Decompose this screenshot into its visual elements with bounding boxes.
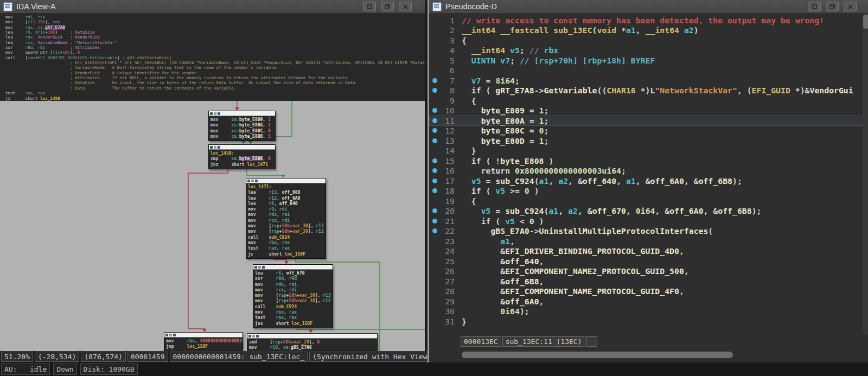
line-marker-dot[interactable] [429,138,440,143]
code-text[interactable]: &off_6B8, [462,277,544,286]
code-text[interactable]: a1, [462,237,515,246]
code-text[interactable]: byte_E80D = 1; [462,136,548,145]
node-header[interactable] [164,333,242,337]
scrollbar-thumb[interactable] [462,352,733,358]
code-text[interactable]: gBS_E7A0->UninstallMultipleProtocolInter… [462,226,713,235]
pseudocode-line[interactable]: 6 [429,66,868,76]
pseudocode-line[interactable]: 27 &off_6B8, [429,276,868,286]
pseudocode-line[interactable]: 3{ [429,35,868,46]
code-text[interactable]: byte_E80A = 1; [462,116,548,125]
graph-node-5[interactable]: mov rbx, 8000000000000003hjmp loc_150F [164,332,243,351]
line-marker-dot[interactable] [429,168,440,173]
pseudocode-line[interactable]: 4 __int64 v5; // rbx [429,46,868,56]
line-marker-dot[interactable] [429,219,440,224]
asm-line[interactable]: mov rax, cs:gRT_E7A8 [5,25,425,30]
node-header[interactable] [253,265,333,270]
graph-view[interactable]: mov cs:byte_E809, 1mov cs:byte_E80A, 1mo… [0,101,425,351]
pseudocode-line[interactable]: 12 byte_E80C = 0; [429,126,868,136]
code-text[interactable]: &off_6A0, [462,297,544,306]
pseudocode-line[interactable]: 1// write access to const memory has bee… [429,15,868,26]
asm-line[interactable]: mov qword ptr [r11+18h], 8 [5,50,425,55]
asm-line[interactable]: ; Attributes If not NULL, a pointer to t… [5,75,425,80]
scrollbar-thumb[interactable] [863,15,868,29]
pseudocode-line[interactable]: 23 a1, [429,236,868,246]
line-marker-dot[interactable] [429,228,440,233]
restore-button[interactable] [381,2,394,11]
asm-line[interactable]: mov [r11-38h], rax [5,20,425,24]
code-text[interactable]: byte_E80C = 0; [462,126,548,135]
pseudocode-line[interactable]: 26 &EFI_COMPONENT_NAME2_PROTOCOL_GUID_50… [429,266,868,277]
restore-button[interactable] [826,2,839,11]
code-text[interactable]: &EFI_DRIVER_BINDING_PROTOCOL_GUID_4D0, [462,246,684,256]
pseudocode-line[interactable]: 10 byte_E809 = 1; [429,106,868,116]
pseudocode-line[interactable]: 21 if ( v5 < 0 ) [429,216,868,226]
line-marker-dot[interactable] [429,158,440,163]
code-text[interactable]: if ( v5 < 0 ) [462,216,544,226]
node-header[interactable] [246,179,326,183]
line-marker-dot[interactable] [429,188,440,193]
line-marker-dot[interactable] [429,179,440,183]
code-text[interactable]: 0i64); [462,307,529,316]
code-text[interactable]: v5 = sub_C924(a1, a2, &off_670, 0i64, &o… [462,206,761,215]
code-text[interactable]: __int64 __fastcall sub_13EC(void *a1, __… [462,26,699,35]
pseudocode-listing[interactable]: 1// write access to const memory has bee… [429,14,868,336]
asm-line[interactable]: ; VariableName A Null-terminated string … [5,65,425,70]
code-text[interactable]: } [462,146,476,155]
code-text[interactable]: { [462,36,467,45]
pseudocode-line[interactable]: 30 0i64); [429,307,868,317]
graph-node-1[interactable]: mov cs:byte_E809, 1mov cs:byte_E80A, 1mo… [208,111,276,141]
pseudocode-line[interactable]: 5 UINTN v7; // [rsp+70h] [rbp+18h] BYREF [429,55,868,66]
code-text[interactable]: &off_640, [462,257,544,266]
pseudocode-line[interactable]: 8 if ( gRT_E7A8->GetVariable((CHAR16 *)L… [429,86,868,96]
line-marker-dot[interactable] [429,108,440,113]
line-marker-dot[interactable] [429,88,440,93]
code-text[interactable]: // write access to const memory has been… [462,16,824,25]
asm-line[interactable]: xor r8d, r8d ; Attributes [5,45,425,50]
pseudocode-line[interactable]: 11 byte_E80A = 1; [429,116,868,126]
asm-line[interactable]: test rax, rax [5,91,425,95]
pseudocode-titlebar[interactable]: Pseudocode-D [429,0,868,14]
pseudocode-line[interactable]: 16 return 0x8000000000000003ui64; [429,166,868,176]
line-marker-dot[interactable] [429,78,440,83]
code-text[interactable]: &EFI_COMPONENT_NAME_PROTOCOL_GUID_4F0, [462,286,684,296]
asm-line[interactable]: mov rdi, rcx [5,15,425,20]
node-body[interactable]: mov cs:byte_E809, 1mov cs:byte_E80A, 1mo… [209,116,275,141]
code-text[interactable]: __int64 v5; // rbx [462,46,558,55]
pseudocode-line[interactable]: 19 { [429,196,868,206]
asm-line[interactable]: call [rax+EFI_RUNTIME_SERVICES.GetVariab… [5,55,425,60]
asm-line[interactable]: lea rcx, VariableName ; "NetworkStackVar… [5,40,425,45]
pseudocode-line[interactable]: 9 { [429,95,868,106]
vertical-scrollbar[interactable] [863,14,868,335]
code-text[interactable]: byte_E809 = 1; [462,106,548,115]
pseudocode-line[interactable]: 14 } [429,146,868,156]
asm-line[interactable]: lea rdx, VendorGuid ; VendorGuid [5,35,425,40]
maximize-button[interactable] [808,2,821,11]
code-text[interactable]: { [462,196,476,206]
node-header[interactable] [209,111,275,116]
pseudocode-line[interactable]: 2__int64 __fastcall sub_13EC(void *a1, _… [429,26,868,36]
asm-line[interactable]: ; Data The buffer to return the contents… [5,86,425,91]
pseudocode-line[interactable]: 18 if ( v5 >= 0 ) [429,186,868,196]
pseudocode-line[interactable]: 28 &EFI_COMPONENT_NAME_PROTOCOL_GUID_4F0… [429,286,868,297]
code-text[interactable]: return 0x8000000000000003ui64; [462,166,626,175]
node-body[interactable]: mov rbx, 8000000000000003hjmp loc_150F [164,337,242,351]
close-button[interactable] [844,2,857,11]
code-text[interactable]: if ( v5 >= 0 ) [462,186,539,195]
graph-node-6[interactable]: and [rsp+58h+var_20], 0mov r10, cs:gBS_E… [247,333,378,351]
horizontal-scrollbar[interactable] [461,351,868,359]
graph-node-3[interactable]: loc_1471:lea r13, off_688lea r12, off_6A… [246,178,326,259]
pseudocode-line[interactable]: 7 v7 = 8i64; [429,75,868,86]
pseudocode-line[interactable]: 22 gBS_E7A0->UninstallMultipleProtocolIn… [429,226,868,237]
close-button[interactable] [399,2,412,11]
asm-line[interactable]: ; VendorGuid A unique identifier for the… [5,71,425,75]
line-marker-dot[interactable] [429,118,440,123]
pseudocode-line[interactable]: 20 v5 = sub_C924(a1, a2, &off_670, 0i64,… [429,206,868,216]
code-text[interactable]: UINTN v7; // [rsp+70h] [rbp+18h] BYREF [462,56,655,65]
code-text[interactable]: { [462,96,476,105]
line-marker-dot[interactable] [429,208,440,213]
graph-node-4[interactable]: lea r8, off_670xor r9d, r9dmov rdx, rsim… [253,264,333,328]
node-header[interactable] [247,334,377,339]
code-text[interactable]: v5 = sub_C924(a1, a2, &off_640, a1, &off… [462,176,742,186]
node-body[interactable]: loc_1459:cmp cs:byte_E808, 0jnz short lo… [209,150,275,169]
node-body[interactable]: lea r8, off_670xor r9d, r9dmov rdx, rsim… [253,270,333,328]
